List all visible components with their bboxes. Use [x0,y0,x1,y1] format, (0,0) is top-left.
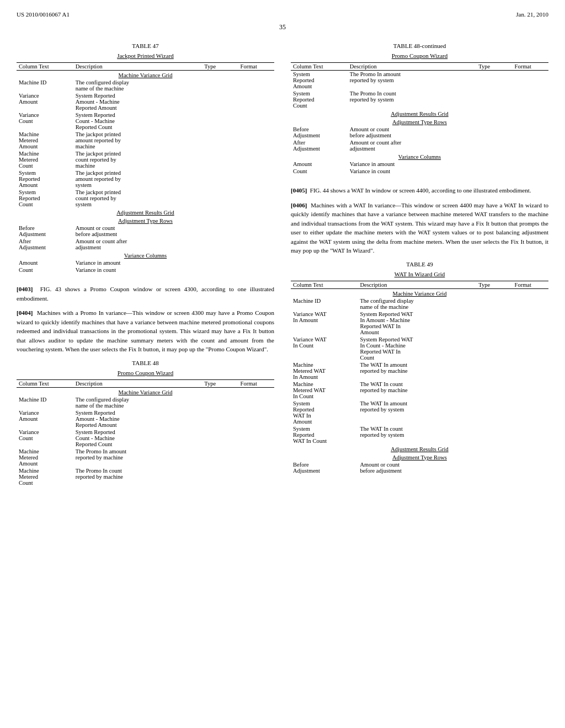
table-47-title: TABLE 47 [17,42,274,49]
paragraph-0406: [0406] Machines with a WAT In variance—T… [291,201,548,255]
table-row: VarianceCount System ReportedCount - Mac… [17,111,274,131]
table-row: Amount Variance in amount [291,160,548,168]
section-header-row: Variance Columns [291,152,548,160]
section-header-row: Adjustment Results Grid [17,208,274,216]
patent-date: Jan. 21, 2010 [516,11,548,18]
table-row: SystemReportedAmount The Promo In amount… [291,71,548,90]
col-header-format: Format [238,63,274,71]
page-number: 35 [17,23,548,31]
table-row: Variance WATIn Count System Reported WAT… [291,336,548,361]
col-header-type: Type [476,63,512,71]
table-48-title: TABLE 48 [17,360,274,366]
table-row: AfterAdjustment Amount or count afteradj… [291,139,548,152]
table-49-title: TABLE 49 [291,261,548,267]
table-row: Amount Variance in amount [17,259,274,266]
col-header-text: Column Text [291,281,358,288]
page-header: US 2010/0016067 A1 Jan. 21, 2010 [17,11,548,18]
table-row: Machine ID The configured displayname of… [17,396,274,409]
table-row: Count Variance in count [291,168,548,175]
table-row: AfterAdjustment Amount or count afteradj… [17,238,274,251]
table-48-grid: Column Text Description Type Format Mach… [17,379,274,486]
section-header-row: Machine Variance Grid [17,387,274,396]
section-header-row: Machine Variance Grid [17,71,274,79]
table-row: SystemReportedCount The jackpot printedc… [17,189,274,208]
table-row: MachineMeteredAmount The jackpot printed… [17,131,274,150]
col-header-text: Column Text [17,379,73,387]
table-row: Machine ID The configured displayname of… [291,297,548,311]
section-header-row: Adjustment Type Rows [291,117,548,126]
table-48-continued: TABLE 48-continued Promo Coupon Wizard C… [291,42,548,175]
table-49-subtitle: WAT In Wizard Grid [291,271,548,277]
col-header-text: Column Text [17,63,73,71]
table-48-subtitle: Promo Coupon Wizard [17,370,274,376]
table-row: SystemReportedWAT InAmount The WAT In am… [291,400,548,425]
col-header-type: Type [202,63,238,71]
table-row: Machine ID The configured displayname of… [17,79,274,92]
section-header-row: Adjustment Type Rows [291,453,548,461]
table-row: MachineMetered WATIn Count The WAT In co… [291,381,548,400]
table-row: MachineMeteredCount The jackpot printedc… [17,150,274,169]
table-row: VarianceAmount System ReportedAmount - M… [17,409,274,429]
table-49-grid: Column Text Description Type Format Mach… [291,281,548,474]
table-48-cont-subtitle: Promo Coupon Wizard [291,52,548,59]
col-header-format: Format [238,379,274,387]
table-row: SystemReportedWAT In Count The WAT In co… [291,425,548,445]
col-header-format: Format [513,281,548,288]
table-row: BeforeAdjustment Amount or countbefore a… [291,126,548,139]
col-header-type: Type [476,281,512,288]
col-header-desc: Description [73,63,202,71]
section-header-row: Adjustment Results Grid [291,109,548,117]
table-47-grid: Column Text Description Type Format Mach… [17,62,274,274]
col-header-format: Format [513,63,548,71]
col-header-desc: Description [348,63,477,71]
paragraph-0404: [0404] Machines with a Promo In variance… [17,308,274,354]
section-header-row: Variance Columns [17,251,274,259]
col-header-desc: Description [73,379,202,387]
table-48-cont-title: TABLE 48-continued [291,42,548,49]
table-47-subtitle: Jackpot Printed Wizard [17,52,274,59]
table-row: Count Variance in count [17,266,274,274]
table-row: VarianceAmount System ReportedAmount - M… [17,92,274,111]
table-row: Variance WATIn Amount System Reported WA… [291,311,548,336]
col-header-desc: Description [358,281,476,288]
patent-number: US 2010/0016067 A1 [17,11,70,18]
table-48-cont-grid: Column Text Description Type Format Syst… [291,62,548,175]
table-row: SystemReportedCount The Promo In countre… [291,90,548,109]
main-content: TABLE 47 Jackpot Printed Wizard Column T… [17,42,548,497]
table-49: TABLE 49 WAT In Wizard Grid Column Text … [291,261,548,474]
table-row: MachineMetered WATIn Amount The WAT In a… [291,361,548,381]
table-48: TABLE 48 Promo Coupon Wizard Column Text… [17,360,274,486]
table-row: MachineMeteredCount The Promo In countre… [17,467,274,486]
paragraph-0405: [0405] FIG. 44 shows a WAT In window or … [291,186,548,195]
section-header-row: Machine Variance Grid [291,288,548,297]
table-row: BeforeAdjustment Amount or countbefore a… [17,224,274,238]
section-header-row: Adjustment Type Rows [17,216,274,224]
right-column: TABLE 48-continued Promo Coupon Wizard C… [291,42,548,497]
table-row: VarianceCount System ReportedCount - Mac… [17,429,274,448]
col-header-text: Column Text [291,63,348,71]
table-row: BeforeAdjustment Amount or countbefore a… [291,461,548,474]
left-column: TABLE 47 Jackpot Printed Wizard Column T… [17,42,274,497]
paragraph-0403: [0403] FIG. 43 shows a Promo Coupon wind… [17,285,274,303]
section-header-row: Adjustment Results Grid [291,445,548,453]
col-header-type: Type [202,379,238,387]
table-47: TABLE 47 Jackpot Printed Wizard Column T… [17,42,274,274]
table-row: SystemReportedAmount The jackpot printed… [17,169,274,189]
table-row: MachineMeteredAmount The Promo In amount… [17,448,274,467]
